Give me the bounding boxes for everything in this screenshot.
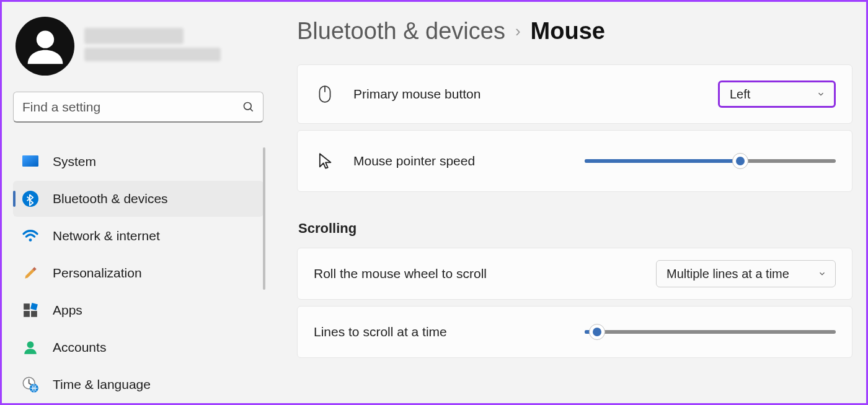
dropdown-value: Multiple lines at a time xyxy=(666,267,789,281)
apps-icon xyxy=(22,302,39,319)
setting-wheel-scroll: Roll the mouse wheel to scroll Multiple … xyxy=(297,248,852,300)
sidebar-item-personalization[interactable]: Personalization xyxy=(13,255,264,291)
svg-point-0 xyxy=(36,30,53,48)
svg-point-11 xyxy=(27,341,34,348)
svg-rect-8 xyxy=(30,303,38,310)
main-content: Bluetooth & devices › Mouse Primary mous… xyxy=(275,2,866,403)
svg-point-1 xyxy=(244,103,252,110)
primary-button-dropdown[interactable]: Left xyxy=(718,81,836,108)
svg-rect-4 xyxy=(22,155,38,167)
sidebar-item-time-language[interactable]: Time & language xyxy=(13,367,264,403)
setting-primary-mouse-button: Primary mouse button Left xyxy=(297,64,852,124)
breadcrumb: Bluetooth & devices › Mouse xyxy=(297,18,852,45)
breadcrumb-parent[interactable]: Bluetooth & devices xyxy=(297,18,505,45)
sidebar-nav: System Bluetooth & devices Network & int… xyxy=(13,144,264,403)
setting-label: Lines to scroll at a time xyxy=(314,324,585,339)
sidebar-item-label: Bluetooth & devices xyxy=(53,191,168,206)
svg-line-2 xyxy=(250,109,253,111)
pointer-speed-slider[interactable] xyxy=(585,159,836,163)
sidebar-item-bluetooth-devices[interactable]: Bluetooth & devices xyxy=(13,181,264,217)
chevron-right-icon: › xyxy=(515,22,521,41)
sidebar-item-label: Accounts xyxy=(53,340,106,355)
search-input[interactable] xyxy=(13,92,264,123)
sidebar-item-label: System xyxy=(53,154,96,169)
wheel-scroll-dropdown[interactable]: Multiple lines at a time xyxy=(656,260,836,287)
sidebar-item-network[interactable]: Network & internet xyxy=(13,218,264,254)
setting-lines-scroll: Lines to scroll at a time xyxy=(297,306,852,358)
wifi-icon xyxy=(22,227,39,245)
sidebar-item-label: Network & internet xyxy=(53,229,160,243)
profile-block[interactable] xyxy=(13,17,264,76)
svg-rect-9 xyxy=(24,311,30,317)
section-scrolling: Scrolling xyxy=(298,220,852,237)
profile-text-blurred xyxy=(84,28,264,65)
sidebar: System Bluetooth & devices Network & int… xyxy=(2,2,275,403)
setting-label: Roll the mouse wheel to scroll xyxy=(314,266,656,281)
svg-point-6 xyxy=(29,238,32,242)
sidebar-item-label: Time & language xyxy=(53,377,151,392)
bluetooth-icon xyxy=(22,190,39,207)
chevron-down-icon xyxy=(817,90,825,98)
svg-rect-10 xyxy=(31,311,37,317)
sidebar-item-accounts[interactable]: Accounts xyxy=(13,329,264,365)
sidebar-item-label: Personalization xyxy=(53,266,142,281)
search-icon xyxy=(242,101,255,113)
mouse-icon xyxy=(314,85,336,103)
paintbrush-icon xyxy=(22,264,39,282)
sidebar-item-system[interactable]: System xyxy=(13,144,264,180)
setting-label: Mouse pointer speed xyxy=(353,154,585,168)
person-icon xyxy=(22,339,39,356)
chevron-down-icon xyxy=(818,269,826,278)
dropdown-value: Left xyxy=(730,87,750,102)
cursor-icon xyxy=(314,152,336,170)
search-wrap xyxy=(13,92,264,123)
page-title: Mouse xyxy=(531,18,605,45)
sidebar-item-apps[interactable]: Apps xyxy=(13,292,264,328)
setting-label: Primary mouse button xyxy=(353,87,718,102)
sidebar-scrollbar[interactable] xyxy=(263,147,265,290)
lines-scroll-slider[interactable] xyxy=(585,330,836,334)
svg-rect-7 xyxy=(24,303,30,310)
setting-pointer-speed: Mouse pointer speed xyxy=(297,130,852,192)
monitor-icon xyxy=(22,153,39,170)
avatar xyxy=(16,17,74,76)
sidebar-item-label: Apps xyxy=(53,303,82,318)
clock-globe-icon xyxy=(22,376,39,393)
